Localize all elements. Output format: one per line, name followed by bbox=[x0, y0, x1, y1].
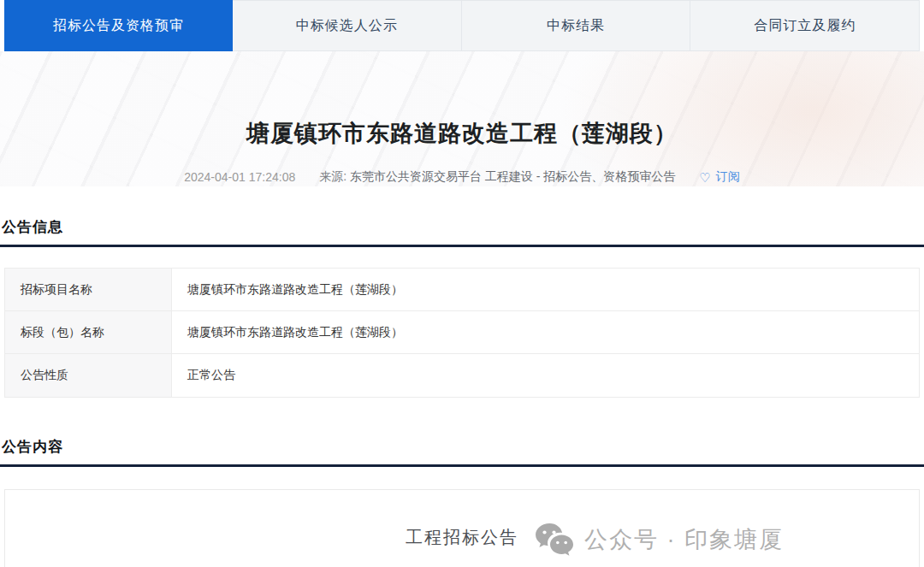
source-label: 来源: bbox=[319, 169, 346, 183]
page-title: 塘厦镇环市东路道路改造工程（莲湖段） bbox=[0, 51, 924, 149]
section-content-title: 公告内容 bbox=[2, 437, 922, 464]
announcement-info-table: 招标项目名称 塘厦镇环市东路道路改造工程（莲湖段） 标段（包）名称 塘厦镇环市东… bbox=[4, 268, 920, 398]
hero-banner: 塘厦镇环市东路道路改造工程（莲湖段） 2024-04-01 17:24:08 来… bbox=[0, 51, 924, 186]
source-text: 东莞市公共资源交易平台 工程建设 - 招标公告、资格预审公告 bbox=[350, 169, 675, 183]
watermark-text: 公众号 · 印象塘厦 bbox=[584, 524, 784, 555]
section-content-header: 公告内容 bbox=[0, 437, 924, 467]
wechat-icon bbox=[535, 523, 574, 557]
publish-time: 2024-04-01 17:24:08 bbox=[184, 170, 295, 184]
source-info: 来源: 东莞市公共资源交易平台 工程建设 - 招标公告、资格预审公告 bbox=[319, 169, 675, 185]
banner-meta: 2024-04-01 17:24:08 来源: 东莞市公共资源交易平台 工程建设… bbox=[0, 169, 924, 185]
subscribe-button[interactable]: ♡ 订阅 bbox=[699, 169, 739, 185]
row-label-announcement-nature: 公告性质 bbox=[5, 354, 172, 397]
row-value-section-name: 塘厦镇环市东路道路改造工程（莲湖段） bbox=[172, 311, 919, 353]
row-value-announcement-nature: 正常公告 bbox=[172, 354, 919, 397]
row-label-section-name: 标段（包）名称 bbox=[5, 311, 172, 353]
table-row: 招标项目名称 塘厦镇环市东路道路改造工程（莲湖段） bbox=[5, 269, 919, 311]
heart-icon: ♡ bbox=[699, 171, 710, 184]
row-value-project-name: 塘厦镇环市东路道路改造工程（莲湖段） bbox=[172, 269, 919, 310]
subscribe-label: 订阅 bbox=[716, 169, 740, 185]
section-info-title: 公告信息 bbox=[2, 217, 922, 245]
tab-winning-result[interactable]: 中标结果 bbox=[462, 0, 691, 51]
table-row: 公告性质 正常公告 bbox=[5, 354, 919, 397]
wechat-watermark: 公众号 · 印象塘厦 bbox=[535, 523, 784, 557]
announcement-tabbar: 招标公告及资格预审 中标候选人公示 中标结果 合同订立及履约 bbox=[0, 0, 924, 51]
tab-contract[interactable]: 合同订立及履约 bbox=[690, 0, 920, 51]
announcement-content-box: 工程招标公告 公告时间：2024年04月02日至2024年04月24日 公众号 … bbox=[4, 489, 920, 567]
row-label-project-name: 招标项目名称 bbox=[5, 269, 172, 310]
tab-bid-announcement[interactable]: 招标公告及资格预审 bbox=[4, 0, 233, 51]
tab-winning-candidates[interactable]: 中标候选人公示 bbox=[233, 0, 462, 51]
section-info-header: 公告信息 bbox=[0, 217, 924, 247]
table-row: 标段（包）名称 塘厦镇环市东路道路改造工程（莲湖段） bbox=[5, 311, 919, 354]
